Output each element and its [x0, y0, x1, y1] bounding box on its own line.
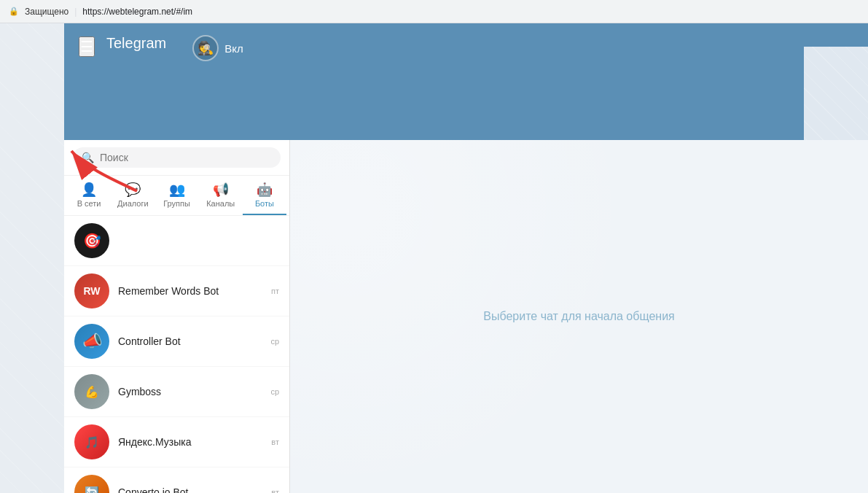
browser-url: https://webtelegram.net/#/im [82, 7, 192, 17]
avatar: 🎵 [74, 424, 109, 459]
groups-icon: 👥 [169, 182, 185, 198]
main-chat-area: Выберите чат для начала общения [290, 140, 868, 493]
chat-time: ср [270, 387, 279, 396]
browser-secure-label: Защищено [25, 7, 69, 17]
user-icon: 🕵 [198, 40, 214, 56]
tab-dialogs[interactable]: 💬 Диалоги [111, 176, 155, 215]
content-area: 🔍 👤 В сети 💬 Диалоги 👥 [64, 140, 868, 493]
bots-icon: 🤖 [257, 182, 273, 198]
chat-time: вт [271, 488, 279, 493]
list-item[interactable]: 💪 Gymboss ср [64, 367, 289, 417]
avatar: 💪 [74, 374, 109, 409]
list-item[interactable]: 🔄 Converto.io Bot вт [64, 467, 289, 493]
chat-time: ср [270, 337, 279, 346]
left-decorative-strip [0, 23, 64, 493]
avatar: RW [74, 273, 109, 308]
list-item[interactable]: 📣 Controller Bot ср [64, 317, 289, 367]
avatar-icon: 💪 [85, 385, 99, 399]
hamburger-button[interactable]: ☰ [79, 36, 95, 57]
tab-bots[interactable]: 🤖 Боты [243, 176, 286, 215]
chat-info: Converto.io Bot [118, 486, 262, 493]
avatar: 🔄 [74, 475, 109, 493]
list-item[interactable]: 🎯 [64, 216, 289, 266]
chat-time: вт [271, 438, 279, 446]
tab-online-label: В сети [77, 199, 101, 208]
avatar-icon: 🎵 [85, 435, 99, 449]
search-bar: 🔍 [64, 140, 289, 176]
avatar: 🎯 [74, 223, 109, 258]
user-profile[interactable]: 🕵 Вкл [192, 35, 243, 61]
lock-icon: 🔒 [9, 7, 19, 16]
avatar-icon: 🔄 [85, 486, 99, 494]
chat-name: Gymboss [118, 386, 262, 397]
search-icon: 🔍 [82, 152, 94, 163]
tab-channels-label: Каналы [206, 199, 235, 208]
chat-list-panel: 🔍 👤 В сети 💬 Диалоги 👥 [64, 140, 290, 493]
tab-channels[interactable]: 📢 Каналы [199, 176, 243, 215]
list-item[interactable]: 🎵 Яндекс.Музыка вт [64, 417, 289, 467]
search-input-wrapper[interactable]: 🔍 [73, 147, 281, 168]
separator: | [74, 7, 77, 17]
avatar: 🕵 [192, 35, 219, 61]
browser-bar: 🔒 Защищено | https://webtelegram.net/#/i… [0, 0, 868, 23]
channels-icon: 📢 [213, 182, 229, 198]
chat-info: Gymboss [118, 386, 262, 397]
telegram-panel: ☰ Telegram 🕵 Вкл 🔍 [64, 23, 868, 493]
tab-dialogs-label: Диалоги [117, 199, 149, 208]
tab-groups-label: Группы [163, 199, 190, 208]
chat-info: Remember Words Bot [118, 285, 262, 297]
filter-tabs: 👤 В сети 💬 Диалоги 👥 Группы 📢 Каналы [64, 176, 289, 216]
chat-name: Converto.io Bot [118, 486, 262, 493]
tab-groups[interactable]: 👥 Группы [155, 176, 198, 215]
chat-name: Controller Bot [118, 335, 262, 347]
user-name: Вкл [224, 42, 243, 55]
dialogs-icon: 💬 [125, 182, 141, 198]
chat-name: Remember Words Bot [118, 285, 262, 297]
tab-online[interactable]: 👤 В сети [67, 176, 111, 215]
chat-time: пт [271, 287, 279, 295]
avatar-text: RW [83, 285, 100, 297]
search-input[interactable] [100, 152, 272, 163]
chat-name: Яндекс.Музыка [118, 436, 262, 448]
app-title: Telegram [106, 35, 166, 52]
online-icon: 👤 [81, 182, 97, 198]
chat-info: Яндекс.Музыка [118, 436, 262, 448]
select-chat-prompt: Выберите чат для начала общения [483, 310, 675, 323]
list-item[interactable]: RW Remember Words Bot пт [64, 266, 289, 317]
avatar-icon: 📣 [82, 332, 102, 351]
telegram-header: ☰ Telegram 🕵 Вкл [64, 23, 868, 140]
app-container: ☰ Telegram 🕵 Вкл 🔍 [0, 23, 868, 493]
chat-list: 🎯 RW Remember Words Bot [64, 216, 289, 493]
chat-info: Controller Bot [118, 335, 262, 347]
tab-bots-label: Боты [255, 199, 274, 208]
avatar: 📣 [74, 324, 109, 359]
hamburger-icon: ☰ [80, 39, 93, 55]
